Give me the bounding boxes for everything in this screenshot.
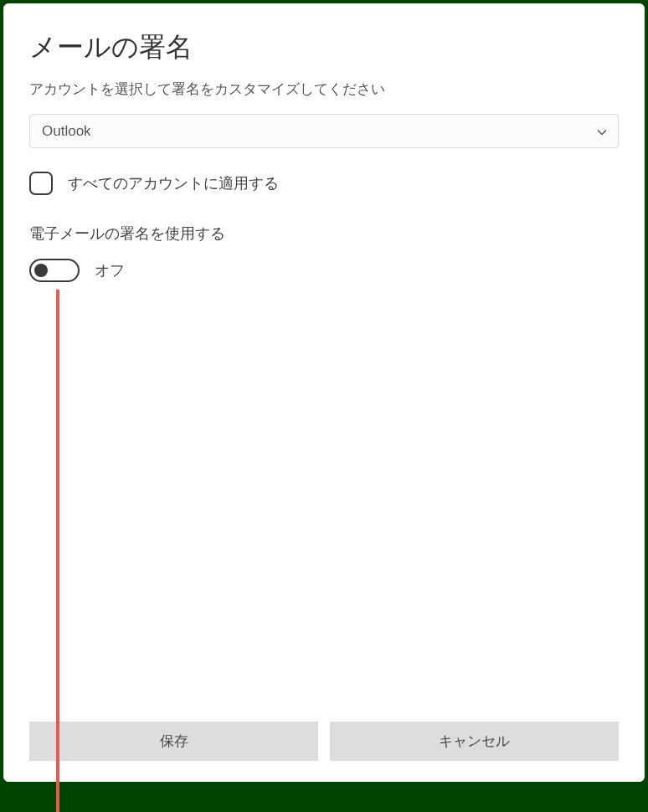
dialog-subtitle: アカウントを選択して署名をカスタマイズしてください (29, 80, 619, 99)
spacer (29, 282, 619, 722)
signature-toggle-row: オフ (29, 259, 619, 282)
toggle-knob-icon (34, 264, 48, 277)
annotation-pointer-line (56, 290, 59, 812)
apply-all-label: すべてのアカウントに適用する (68, 173, 279, 193)
apply-all-checkbox[interactable] (29, 172, 53, 195)
apply-all-row: すべてのアカウントに適用する (29, 172, 619, 195)
signature-toggle[interactable] (29, 259, 80, 282)
save-button[interactable]: 保存 (29, 722, 318, 761)
email-signature-dialog: メールの署名 アカウントを選択して署名をカスタマイズしてください Outlook… (3, 3, 645, 782)
account-select[interactable]: Outlook (29, 114, 619, 148)
cancel-button[interactable]: キャンセル (330, 722, 619, 761)
toggle-state-label: オフ (95, 260, 125, 280)
use-signature-label: 電子メールの署名を使用する (29, 224, 619, 244)
dialog-title: メールの署名 (29, 29, 619, 66)
account-select-wrapper: Outlook (29, 114, 619, 148)
dialog-button-row: 保存 キャンセル (29, 722, 619, 761)
